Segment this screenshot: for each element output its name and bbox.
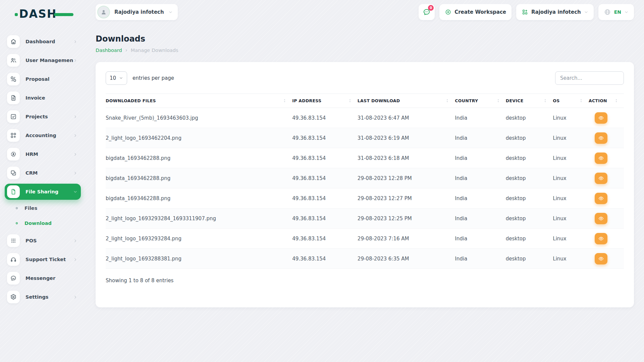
crm-icon <box>10 170 17 176</box>
sidebar-subitem-download[interactable]: Download <box>5 217 81 230</box>
column-header-action[interactable]: ACTION <box>589 94 624 108</box>
sidebar-item-accounting[interactable]: Accounting <box>5 127 81 143</box>
table-row: 2_light_logo_1693293284.png49.36.83.1542… <box>106 229 624 249</box>
column-label: DEVICE <box>506 98 524 103</box>
eye-icon <box>598 135 604 141</box>
cell-action <box>589 208 624 229</box>
cell-os: Linux <box>553 148 589 168</box>
projects-icon <box>10 113 17 120</box>
workspace-selector[interactable]: Rajodiya infotech <box>96 4 178 20</box>
cell-ip: 49.36.83.154 <box>292 148 358 168</box>
view-download-button[interactable] <box>595 233 607 244</box>
cell-last: 31-08-2023 6:18 AM <box>358 148 455 168</box>
cell-ip: 49.36.83.154 <box>292 249 358 269</box>
company-menu[interactable]: Rajodiya infotech <box>516 4 594 20</box>
sidebar-item-label: Invoice <box>25 95 77 101</box>
workspace-name: Rajodiya infotech <box>114 9 164 15</box>
cell-last: 29-08-2023 6:35 AM <box>358 249 455 269</box>
sidebar-item-messenger[interactable]: Messenger <box>5 270 81 286</box>
column-header-os[interactable]: OS <box>553 94 589 108</box>
downloads-card: 10 entries per page DOWNLOADED FILESIP A… <box>96 62 634 307</box>
invoice-icon <box>10 95 17 101</box>
sidebar-item-label: HRM <box>25 152 73 157</box>
brand-logo[interactable]: DASH <box>19 7 69 21</box>
eye-icon <box>598 236 604 242</box>
cell-device: desktop <box>506 148 553 168</box>
avatar <box>97 6 110 18</box>
topbar-actions: 0 Create Workspace Rajodiya infotech EN <box>419 4 634 20</box>
sidebar-item-crm[interactable]: CRM <box>5 165 81 181</box>
proposal-icon <box>10 76 17 82</box>
sidebar-item-label: Support Ticket <box>25 257 73 262</box>
view-download-button[interactable] <box>595 193 607 204</box>
sidebar-subitem-files[interactable]: Files <box>5 201 81 215</box>
cell-file: bigdata_1693462288.png <box>106 148 292 168</box>
invoice-iconbox <box>7 92 20 104</box>
accounting-iconbox <box>7 129 20 142</box>
eye-icon <box>598 155 604 161</box>
view-download-button[interactable] <box>595 153 607 164</box>
breadcrumb-dashboard-link[interactable]: Dashboard <box>96 48 122 53</box>
sidebar-item-projects[interactable]: Projects <box>5 109 81 125</box>
sidebar-item-hrm[interactable]: HRM <box>5 146 81 162</box>
sidebar-item-proposal[interactable]: Proposal <box>5 71 81 87</box>
sidebar-item-label: CRM <box>25 170 73 176</box>
column-header-country[interactable]: COUNTRY <box>455 94 505 108</box>
sidebar-item-user-management[interactable]: User Management <box>5 52 81 68</box>
search-input[interactable] <box>555 71 624 85</box>
accounting-icon <box>10 132 17 139</box>
column-header-last-download[interactable]: LAST DOWNLOAD <box>358 94 455 108</box>
view-download-button[interactable] <box>595 173 607 184</box>
column-header-device[interactable]: DEVICE <box>506 94 553 108</box>
entries-per-page-select[interactable]: 10 <box>106 71 127 85</box>
sidebar-item-settings[interactable]: Settings <box>5 289 81 305</box>
sidebar-item-label: Proposal <box>25 76 77 82</box>
sort-icon <box>282 99 287 103</box>
sidebar-item-file-sharing[interactable]: File Sharing <box>5 184 81 200</box>
chevron-down-icon <box>624 10 629 14</box>
settings-icon <box>10 294 17 300</box>
view-download-button[interactable] <box>595 213 607 224</box>
main-column: Rajodiya infotech 0 Create Workspace Raj… <box>86 0 644 362</box>
view-download-button[interactable] <box>595 132 607 144</box>
proposal-iconbox <box>7 73 20 85</box>
sidebar-item-label: Projects <box>25 114 73 119</box>
messenger-icon <box>10 275 17 282</box>
sidebar-menu: DashboardUser ManagementProposalInvoiceP… <box>0 34 86 305</box>
column-header-ip-address[interactable]: IP ADDRESS <box>292 94 358 108</box>
grid-plus-icon <box>522 9 528 15</box>
column-header-downloaded-files[interactable]: DOWNLOADED FILES <box>106 94 292 108</box>
view-download-button[interactable] <box>595 112 607 124</box>
cell-action <box>589 229 624 249</box>
column-label: DOWNLOADED FILES <box>106 98 156 103</box>
crm-iconbox <box>7 167 20 179</box>
cell-device: desktop <box>506 249 553 269</box>
logo-dash-bar <box>54 13 73 16</box>
table-controls: 10 entries per page <box>106 71 624 85</box>
logo-text: DASH <box>19 7 57 20</box>
chevron-right-icon <box>73 40 77 44</box>
chevron-right-icon <box>73 295 77 299</box>
home-icon <box>10 38 17 45</box>
create-workspace-button[interactable]: Create Workspace <box>439 4 512 20</box>
sidebar-item-invoice[interactable]: Invoice <box>5 90 81 106</box>
messages-button[interactable]: 0 <box>419 4 435 20</box>
sidebar-item-dashboard[interactable]: Dashboard <box>5 34 81 50</box>
circle-dot-icon <box>15 206 19 210</box>
sort-icon <box>543 99 547 103</box>
topbar: Rajodiya infotech 0 Create Workspace Raj… <box>96 4 634 20</box>
chevron-right-icon <box>73 115 77 119</box>
create-workspace-label: Create Workspace <box>454 9 506 15</box>
language-selector[interactable]: EN <box>598 4 634 20</box>
chevron-down-icon <box>584 10 588 14</box>
cell-ip: 49.36.83.154 <box>292 168 358 188</box>
view-download-button[interactable] <box>595 253 607 264</box>
sidebar-item-pos[interactable]: POS <box>5 233 81 249</box>
sidebar-item-label: File Sharing <box>25 189 73 194</box>
eye-icon <box>598 195 604 201</box>
sidebar-item-support-ticket[interactable]: Support Ticket <box>5 251 81 267</box>
eye-icon <box>598 256 604 262</box>
person-icon <box>100 8 107 16</box>
sidebar-item-label: Dashboard <box>25 39 73 44</box>
sidebar-subitem-label: Download <box>24 221 52 226</box>
